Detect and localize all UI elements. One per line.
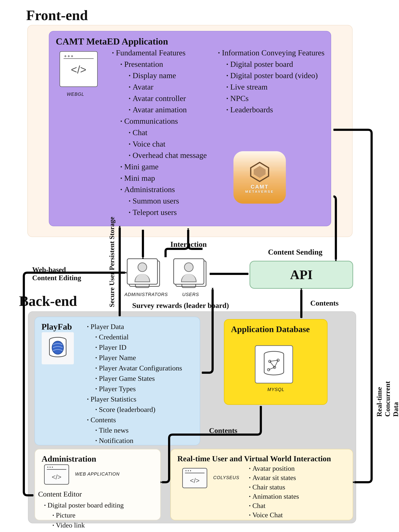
list-item: Live stream [226,81,330,93]
list-item: Player ID [95,342,199,353]
list-item: Digital poster board editing [44,500,157,510]
users-icon [173,258,204,285]
administrators-caption: ADMINISTRATORS [125,292,168,297]
admin-editor-heading: Content Editor [38,490,82,498]
list-item: Mini game [120,161,217,172]
list-item: Picture [52,510,157,520]
content-sending-label: Content Sending [268,248,323,256]
web-editing-label: Web-based Content Editing [32,266,81,282]
list-item: Digital poster board (video) [226,70,330,81]
api-box: API [249,261,353,289]
secure-storage-label: Secure User Persistent Storage [108,217,116,307]
webgl-caption: WEBGL [67,92,84,97]
contents-admindb-label: Contents [209,426,237,435]
list-item: Player Name [95,353,199,363]
list-item: Avatar [129,81,217,93]
colyseus-icon: </> [182,468,207,488]
list-item: Presentation [120,58,217,70]
list-item: Score (leaderboard) [95,404,199,415]
playfab-bullets: Player Data Credential Player ID Player … [87,322,199,446]
list-item: Notification [95,435,199,446]
realtime-sync-label: Real-time Concurrent Data Synchronisatio… [375,367,399,417]
list-item: Chat [249,501,349,510]
list-item: Player Avatar Configurations [95,363,199,373]
mysql-caption: MYSQL [267,387,285,392]
list-item: Chat [129,127,217,138]
administrators-icon [127,258,158,285]
list-item: Information Conveying Features [218,47,330,58]
webapp-icon: </> [44,464,69,485]
playfab-db-icon [42,332,74,364]
list-item: Avatar sit states [249,473,349,482]
list-item: Digital poster board [226,58,330,70]
list-item: Credential [95,332,199,342]
list-item: Avatar animation [129,104,217,115]
metaed-col2: Information Conveying Features Digital p… [218,47,330,115]
colyseus-caption: COLYSEUS [213,475,239,480]
list-item: Chair status [249,482,349,492]
users-caption: USERS [182,292,199,297]
list-item: Summon users [129,195,217,207]
interaction-label: Interaction [170,240,207,249]
appdb-title: Application Database [224,320,327,337]
svg-point-3 [52,341,63,354]
webapp-caption: WEB APPLICATION [75,472,120,477]
frontend-heading: Front-end [26,7,88,24]
list-item: Avatar position [249,464,349,473]
realtime-title: Real-time User and Virtual World Interac… [171,449,353,466]
list-item: Voice chat [129,138,217,150]
list-item: Title news [95,425,199,435]
list-item: Teleport users [129,207,217,218]
list-item: Communications [120,115,217,127]
metaed-title: CAMT MetaED Application [49,31,331,49]
list-item: Overhead chat message [129,150,217,161]
admin-bullets: Content Editor Digital poster board edit… [38,489,157,532]
list-item: Contents [87,415,199,425]
logo-text: CAMT [251,184,269,190]
logo-subtext: METAVERSE [245,190,274,194]
list-item: Video link [52,520,157,530]
list-item: Mini map [120,172,217,184]
list-item: Display name [129,70,217,81]
list-item: Administrations [120,184,217,195]
list-item: Avatar controller [129,93,217,104]
metaed-col1: Fundamental Features Presentation Displa… [112,47,217,218]
api-title: API [290,267,312,282]
admin-title: Administration [35,449,160,466]
survey-rewards-label: Survey rewards (leader board) [132,301,229,310]
list-item: Voice Chat [249,510,349,520]
mysql-icon [255,345,293,383]
list-item: Leaderboards [226,104,330,115]
webgl-card: </> [60,51,98,87]
realtime-bullets: Avatar position Avatar sit states Chair … [249,464,349,520]
list-item: Player Types [95,384,199,394]
list-item: Fundamental Features [112,47,217,58]
list-item: Player Game States [95,373,199,384]
list-item: Player Statistics [87,394,199,404]
list-item: Survey content [44,530,157,532]
list-item: NPCs [226,93,330,104]
list-item: Animation states [249,492,349,501]
svg-marker-1 [254,166,266,178]
camt-logo: CAMTMETAVERSE [234,151,286,204]
list-item: Player Data [87,322,199,332]
contents-apidb-label: Contents [310,299,339,307]
backend-heading: Back-end [19,293,77,309]
